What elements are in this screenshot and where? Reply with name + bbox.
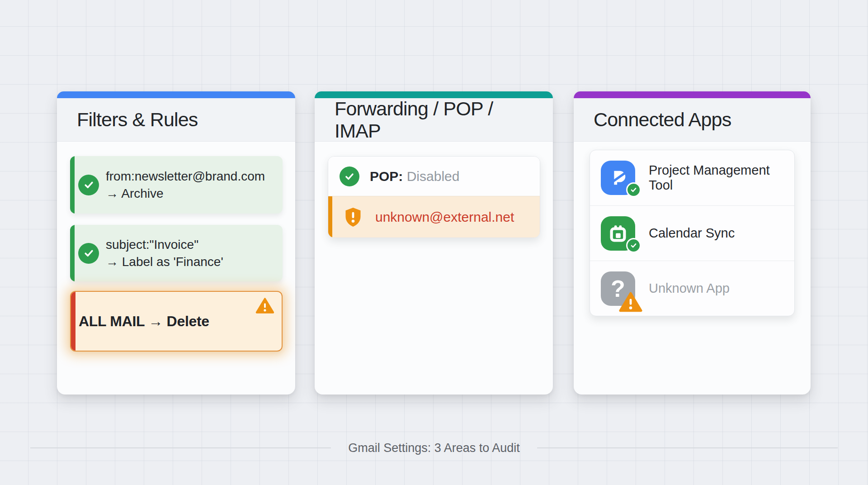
app-row-project-management: Project Management Tool <box>590 150 794 205</box>
check-circle-icon <box>78 243 99 264</box>
project-management-app-icon <box>601 161 635 195</box>
divider-line <box>30 447 331 448</box>
forwarding-warning-row: unknown@external.net <box>328 196 540 238</box>
filter-rule-condition: subject:"Invoice" <box>106 236 223 253</box>
card-body: from:newsletter@brand.com → Archive subj… <box>57 142 295 352</box>
warning-triangle-badge-icon <box>618 291 643 313</box>
pop-status-row: POP: Disabled <box>328 157 540 196</box>
card-title: Connected Apps <box>594 109 731 131</box>
app-name: Unknown App <box>649 281 730 296</box>
filter-rule-newsletter-archive: from:newsletter@brand.com → Archive <box>70 156 283 214</box>
calendar-app-icon <box>601 216 635 251</box>
accent-bar-blue <box>57 91 295 98</box>
filter-rule-invoice-label: subject:"Invoice" → Label as 'Finance' <box>70 225 283 281</box>
card-connected-apps: Connected Apps Project Management Tool <box>574 91 811 395</box>
forwarding-address-text: unknown@external.net <box>375 209 514 225</box>
card-title: Forwarding / POP / IMAP <box>335 98 533 142</box>
filter-rule-condition: from:newsletter@brand.com <box>106 168 265 185</box>
card-header: Forwarding / POP / IMAP <box>315 98 553 142</box>
filter-rule-text: subject:"Invoice" → Label as 'Finance' <box>106 236 223 270</box>
pop-status-text: POP: Disabled <box>370 169 459 184</box>
footer-caption-row: Gmail Settings: 3 Areas to Audit <box>30 440 838 456</box>
app-name: Project Management Tool <box>649 163 783 193</box>
connected-check-badge-icon <box>626 182 641 197</box>
check-circle-icon <box>340 166 359 186</box>
filter-rule-text: from:newsletter@brand.com → Archive <box>106 168 265 202</box>
app-row-calendar-sync: Calendar Sync <box>590 205 794 261</box>
app-row-unknown-app: ? Unknown App <box>590 261 794 316</box>
app-name: Calendar Sync <box>649 226 735 241</box>
pop-label: POP: <box>370 169 403 184</box>
page-caption: Gmail Settings: 3 Areas to Audit <box>348 441 520 455</box>
pop-value: Disabled <box>407 169 460 184</box>
accent-bar-purple <box>574 91 811 98</box>
filter-rule-action: → Label as 'Finance' <box>106 253 223 271</box>
warning-triangle-icon <box>255 297 274 314</box>
divider-line <box>537 447 838 448</box>
forwarding-status-panel: POP: Disabled unknown@external.net <box>328 156 540 238</box>
unknown-app-icon: ? <box>601 271 635 306</box>
card-body: POP: Disabled unknown@external.net <box>315 142 553 238</box>
card-filters-rules: Filters & Rules from:newsletter@brand.co… <box>57 91 295 395</box>
card-title: Filters & Rules <box>77 109 198 131</box>
card-header: Filters & Rules <box>57 98 295 142</box>
connected-apps-panel: Project Management Tool Calendar Sync ? <box>590 150 795 316</box>
card-header: Connected Apps <box>574 98 811 142</box>
filter-rule-action: → Archive <box>106 185 265 202</box>
check-circle-icon <box>78 175 99 195</box>
filter-rule-delete-all-mail: ALL MAIL → Delete <box>70 291 283 352</box>
card-forwarding-pop-imap: Forwarding / POP / IMAP POP: Disabled <box>315 91 553 395</box>
connected-check-badge-icon <box>626 238 641 253</box>
danger-rule-label: ALL MAIL → Delete <box>79 313 209 330</box>
shield-alert-icon <box>343 206 363 228</box>
